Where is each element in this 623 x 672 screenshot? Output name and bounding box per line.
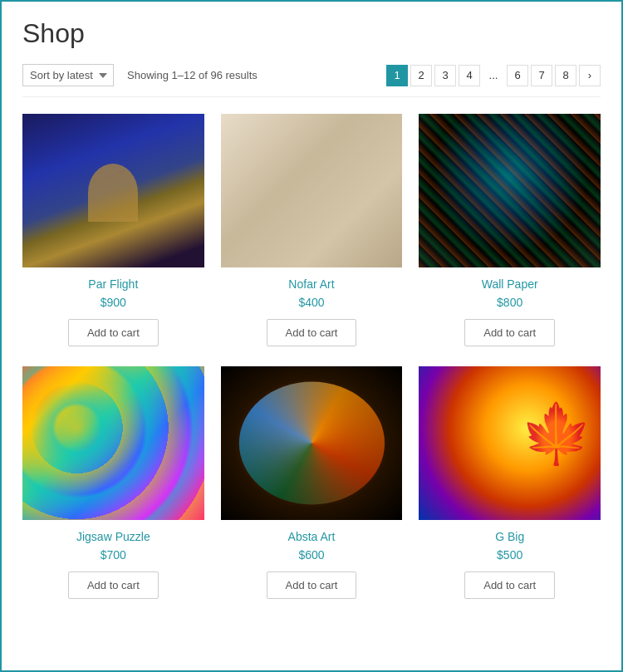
page-btn-2[interactable]: 2	[410, 65, 432, 86]
page-btn-3[interactable]: 3	[434, 65, 456, 86]
product-img-wallpaper	[419, 114, 601, 267]
product-price-parflight: $900	[101, 296, 126, 309]
page-btn-8[interactable]: 8	[555, 65, 576, 86]
product-img-nofarart	[221, 114, 403, 267]
page-container: Shop Sort by latest Showing 1–12 of 96 r…	[2, 2, 621, 616]
add-to-cart-gbig[interactable]: Add to cart	[464, 571, 555, 599]
product-name-wallpaper: Wall Paper	[482, 277, 538, 291]
product-card-wallpaper: Wall Paper $800 Add to cart	[419, 114, 601, 346]
add-to-cart-wallpaper[interactable]: Add to cart	[464, 319, 555, 346]
product-price-jigsaw: $700	[101, 548, 126, 562]
product-image-gbig	[419, 366, 601, 520]
add-to-cart-nofarart[interactable]: Add to cart	[267, 319, 357, 346]
page-dots: ...	[483, 65, 504, 86]
product-img-gbig	[419, 366, 601, 520]
add-to-cart-parflight[interactable]: Add to cart	[68, 319, 159, 346]
page-btn-6[interactable]: 6	[507, 65, 528, 86]
page-btn-7[interactable]: 7	[531, 65, 552, 86]
product-name-nofarart: Nofar Art	[288, 277, 334, 291]
product-card-gbig: G Big $500 Add to cart	[419, 366, 601, 599]
product-img-parflight	[22, 114, 204, 267]
product-image-jigsaw	[22, 366, 204, 520]
page-title: Shop	[22, 18, 601, 49]
pagination: 1 2 3 4 ... 6 7 8 ›	[386, 65, 601, 86]
page-btn-next[interactable]: ›	[579, 65, 601, 86]
toolbar: Sort by latest Showing 1–12 of 96 result…	[22, 64, 601, 97]
product-card-nofarart: Nofar Art $400 Add to cart	[221, 114, 403, 346]
product-name-abstaart: Absta Art	[288, 530, 336, 543]
sort-select[interactable]: Sort by latest	[22, 64, 114, 86]
product-img-abstaart	[221, 366, 403, 520]
product-img-jigsaw	[22, 366, 204, 520]
product-name-jigsaw: Jigsaw Puzzle	[76, 530, 150, 543]
add-to-cart-jigsaw[interactable]: Add to cart	[68, 571, 159, 599]
product-image-wallpaper	[419, 114, 601, 267]
results-text: Showing 1–12 of 96 results	[127, 69, 373, 81]
product-card-parflight: Par Flight $900 Add to cart	[22, 114, 204, 346]
product-card-jigsaw: Jigsaw Puzzle $700 Add to cart	[22, 366, 204, 599]
product-image-abstaart	[221, 366, 403, 520]
product-name-gbig: G Big	[495, 530, 524, 543]
add-to-cart-abstaart[interactable]: Add to cart	[267, 571, 357, 599]
products-grid: Par Flight $900 Add to cart Nofar Art $4…	[22, 114, 601, 599]
product-image-parflight	[22, 114, 204, 267]
page-btn-4[interactable]: 4	[459, 65, 480, 86]
product-name-parflight: Par Flight	[88, 277, 138, 291]
product-card-abstaart: Absta Art $600 Add to cart	[221, 366, 403, 599]
product-price-wallpaper: $800	[497, 296, 522, 309]
product-price-abstaart: $600	[298, 548, 324, 562]
product-image-nofarart	[221, 114, 403, 267]
product-price-gbig: $500	[497, 548, 522, 562]
product-price-nofarart: $400	[298, 296, 324, 309]
page-btn-1[interactable]: 1	[386, 65, 408, 86]
